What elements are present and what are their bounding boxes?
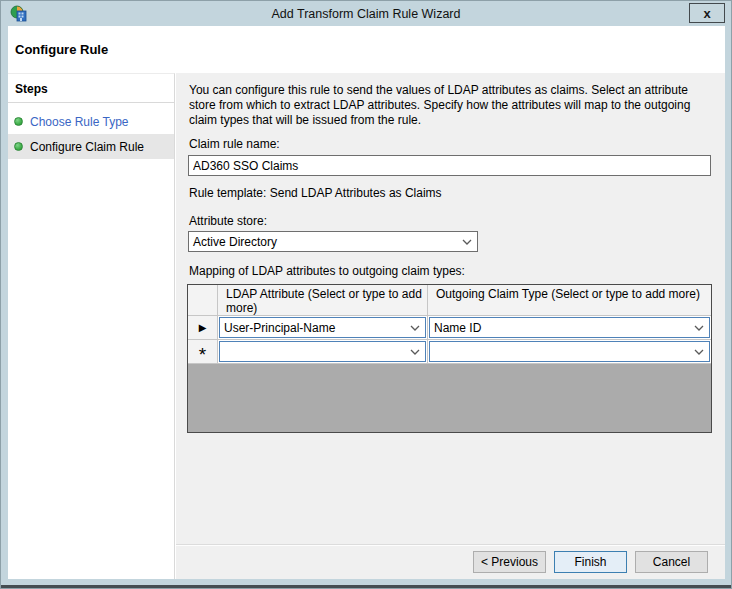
chevron-down-icon [694, 349, 704, 355]
grid-header-ldap-attribute: LDAP Attribute (Select or type to add mo… [218, 285, 428, 316]
steps-sidebar: Steps Choose Rule Type Configure Claim R… [8, 73, 175, 579]
step-complete-icon [14, 117, 23, 126]
wizard-window: Add Transform Claim Rule Wizard x Config… [0, 0, 732, 589]
main-panel: You can configure this rule to send the … [176, 73, 725, 579]
chevron-down-icon [410, 325, 420, 331]
chevron-down-icon [694, 325, 704, 331]
page-title: Configure Rule [15, 42, 108, 57]
attribute-store-value: Active Directory [193, 235, 277, 249]
dialog-client-area: Configure Rule Steps Choose Rule Type Co… [8, 26, 725, 579]
attribute-store-select[interactable]: Active Directory [188, 231, 478, 252]
close-button[interactable]: x [689, 3, 725, 23]
grid-cell-ldap-attribute-row1: User-Principal-Name [218, 316, 428, 340]
adfs-app-icon [10, 5, 27, 22]
mapping-label: Mapping of LDAP attributes to outgoing c… [189, 264, 465, 278]
step-label: Choose Rule Type [30, 115, 129, 129]
chevron-down-icon [462, 239, 472, 245]
grid-corner-cell [188, 285, 218, 316]
row-selector-new[interactable]: * [188, 340, 218, 364]
grid-empty-area [188, 364, 711, 432]
outgoing-claim-type-select-row2[interactable] [429, 341, 710, 362]
chevron-down-icon [410, 349, 420, 355]
cancel-button[interactable]: Cancel [635, 551, 708, 573]
claim-rule-name-input[interactable] [188, 155, 711, 176]
rule-description-text: You can configure this rule to send the … [189, 83, 717, 128]
previous-button[interactable]: < Previous [473, 551, 546, 573]
grid-cell-ldap-attribute-row2 [218, 340, 428, 364]
footer-separator [176, 544, 725, 546]
sidebar-item-configure-claim-rule[interactable]: Configure Claim Rule [8, 134, 174, 159]
sidebar-item-choose-rule-type[interactable]: Choose Rule Type [8, 109, 174, 134]
outgoing-claim-type-value-row1: Name ID [434, 321, 481, 335]
rule-template-text: Rule template: Send LDAP Attributes as C… [189, 186, 442, 200]
claims-mapping-grid: LDAP Attribute (Select or type to add mo… [187, 284, 712, 433]
ldap-attribute-select-row1[interactable]: User-Principal-Name [219, 317, 426, 338]
steps-heading: Steps [8, 74, 174, 103]
step-complete-icon [14, 142, 23, 151]
current-row-marker-icon: ▶ [199, 323, 207, 333]
grid-cell-outgoing-claim-row2 [428, 340, 711, 364]
grid-header-outgoing-claim-type: Outgoing Claim Type (Select or type to a… [428, 285, 711, 316]
ldap-attribute-select-row2[interactable] [219, 341, 426, 362]
title-bar[interactable]: Add Transform Claim Rule Wizard x [2, 1, 730, 26]
step-label: Configure Claim Rule [30, 140, 144, 154]
window-title: Add Transform Claim Rule Wizard [2, 7, 730, 21]
page-header: Configure Rule [8, 26, 725, 73]
grid-cell-outgoing-claim-row1: Name ID [428, 316, 711, 340]
ldap-attribute-value-row1: User-Principal-Name [224, 321, 335, 335]
row-selector-current[interactable]: ▶ [188, 316, 218, 340]
window-bottom-edge [1, 585, 731, 588]
outgoing-claim-type-select-row1[interactable]: Name ID [429, 317, 710, 338]
new-row-marker-icon: * [199, 345, 206, 364]
attribute-store-label: Attribute store: [189, 214, 267, 228]
finish-button[interactable]: Finish [554, 551, 627, 573]
claim-rule-name-label: Claim rule name: [189, 137, 280, 151]
